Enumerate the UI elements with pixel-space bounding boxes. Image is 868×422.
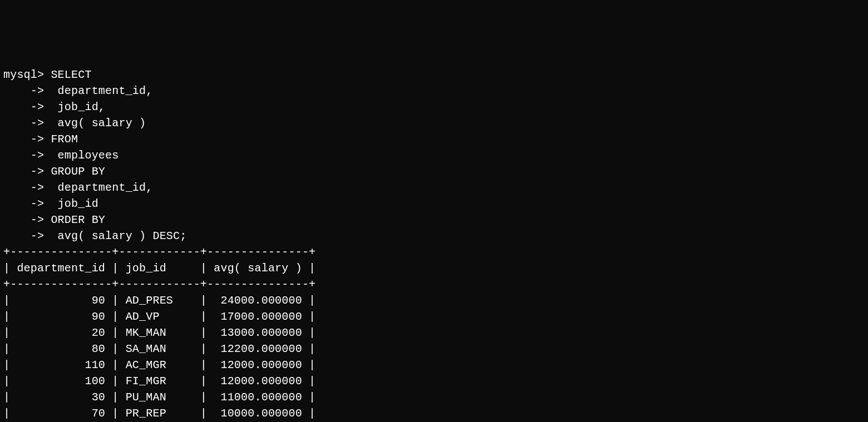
- query-line-0: SELECT: [44, 68, 91, 81]
- prompt-cont: ->: [3, 181, 44, 194]
- prompt-cont: ->: [3, 133, 44, 146]
- prompt-cont: ->: [3, 85, 44, 97]
- query-line-5: employees: [44, 149, 119, 162]
- prompt-cont: ->: [3, 214, 44, 226]
- prompt-cont: ->: [3, 230, 44, 242]
- query-line-1: department_id,: [44, 85, 152, 97]
- terminal-output: mysql> SELECT -> department_id, -> job_i…: [3, 67, 865, 422]
- prompt-cont: ->: [3, 165, 44, 178]
- prompt-cont: ->: [3, 101, 44, 113]
- prompt-main: mysql>: [3, 68, 44, 81]
- table-rows-container: | 90 | AD_PRES | 24000.000000 | | 90 | A…: [3, 294, 315, 422]
- table-border-top: +---------------+------------+----------…: [3, 246, 315, 259]
- table-header: | department_id | job_id | avg( salary )…: [3, 262, 315, 275]
- query-line-2: job_id,: [44, 101, 105, 113]
- prompt-cont: ->: [3, 149, 44, 162]
- query-line-4: FROM: [44, 133, 78, 146]
- query-line-10: avg( salary ) DESC;: [44, 230, 186, 242]
- query-line-7: department_id,: [44, 181, 152, 194]
- prompt-cont: ->: [3, 197, 44, 210]
- query-line-8: job_id: [44, 197, 98, 210]
- query-line-9: ORDER BY: [44, 214, 105, 226]
- query-line-6: GROUP BY: [44, 165, 105, 178]
- table-border-mid: +---------------+------------+----------…: [3, 278, 315, 291]
- query-line-3: avg( salary ): [44, 117, 146, 130]
- prompt-cont: ->: [3, 117, 44, 130]
